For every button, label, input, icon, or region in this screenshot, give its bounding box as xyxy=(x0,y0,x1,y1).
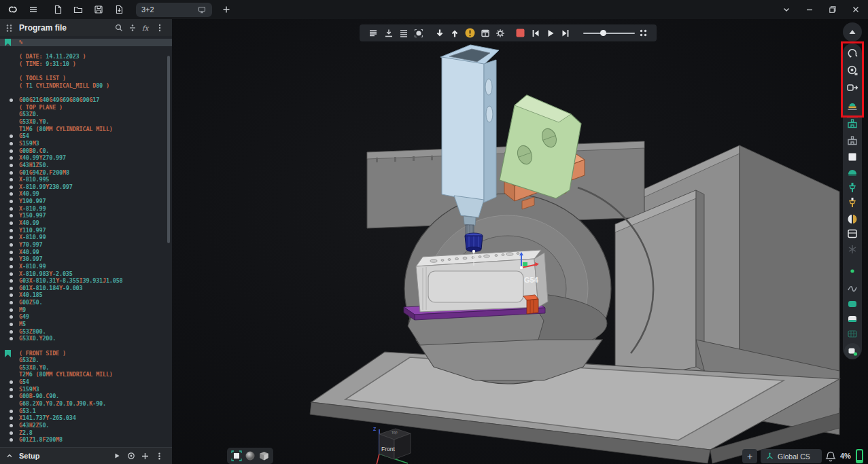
gcode-line[interactable]: G43H1Z50. xyxy=(0,162,172,169)
split-part-icon[interactable] xyxy=(846,212,859,226)
vise-teal-icon[interactable] xyxy=(846,118,859,131)
part-dot-icon[interactable] xyxy=(844,343,861,359)
save-as-icon[interactable] xyxy=(110,3,128,16)
gcode-line[interactable]: G00Z50. xyxy=(0,299,172,306)
kebab-menu-icon[interactable] xyxy=(152,450,167,462)
new-tab-icon[interactable] xyxy=(218,3,235,16)
gcode-line[interactable]: ( T1 CYLINDRICAL_MILL D80 ) xyxy=(0,82,172,90)
gcode-line[interactable]: T2M6 (80MM CYLINDRICAL MILL) xyxy=(0,371,172,378)
skip-start-icon[interactable] xyxy=(530,28,541,39)
vise-gray-icon[interactable] xyxy=(846,135,859,148)
solid-square-icon[interactable] xyxy=(230,450,243,462)
gcode-line[interactable]: G54 xyxy=(0,132,172,140)
gcode-line[interactable]: G68.2X0.Y0.Z0.I0.J90.K-90. xyxy=(0,400,172,408)
function-icon[interactable]: fx xyxy=(139,22,153,34)
gear-icon[interactable] xyxy=(495,28,506,39)
gcode-line[interactable]: G00B-90.C90. xyxy=(0,393,172,400)
gcode-line[interactable]: X141.737Y-265.034 xyxy=(0,414,172,422)
program-tab[interactable]: 3+2 xyxy=(136,3,212,17)
gcode-line[interactable]: ( TOOLS LIST ) xyxy=(0,75,172,82)
gcode-editor[interactable]: % ( DATE: 14.11.2023 )( TIME: 9:31:10 ) … xyxy=(0,36,172,464)
gcode-line[interactable]: G43H2Z50. xyxy=(0,422,172,429)
part-green-icon[interactable] xyxy=(846,165,859,179)
gcode-line[interactable]: S159M3 xyxy=(0,140,172,147)
solid-view-icon[interactable] xyxy=(846,297,859,310)
slider-track[interactable] xyxy=(583,33,635,35)
fullscreen-icon[interactable] xyxy=(638,28,648,39)
search-icon[interactable] xyxy=(112,22,126,34)
play-icon[interactable] xyxy=(109,450,124,462)
divide-icon[interactable] xyxy=(126,22,139,34)
grid-view-icon[interactable] xyxy=(846,327,859,340)
gcode-line[interactable] xyxy=(0,342,172,350)
menu-icon[interactable] xyxy=(24,3,42,16)
gcode-line[interactable]: G54 xyxy=(0,378,172,386)
gcode-line[interactable]: Z2.8 xyxy=(0,429,172,437)
target-icon[interactable] xyxy=(124,450,138,462)
save-icon[interactable] xyxy=(90,3,107,16)
gcode-line[interactable]: Y30.997 xyxy=(0,255,172,263)
document-box-icon[interactable] xyxy=(846,227,859,240)
gcode-line[interactable]: G53Z800. xyxy=(0,328,172,336)
gcode-line[interactable] xyxy=(0,46,172,54)
gcode-line[interactable]: X40.99Y270.997 xyxy=(0,154,172,162)
gcode-line[interactable]: X-810.99 xyxy=(0,263,172,270)
gcode-line[interactable]: G53X0.Y0. xyxy=(0,364,172,372)
gcode-line[interactable]: ( DATE: 14.11.2023 ) xyxy=(0,53,172,60)
window-chevron-down-icon[interactable] xyxy=(778,2,795,17)
gcode-line[interactable]: X-810.99 xyxy=(0,205,172,213)
gcode-line[interactable] xyxy=(0,89,172,96)
cube-icon[interactable] xyxy=(258,450,270,462)
snowflake-icon[interactable] xyxy=(846,243,859,256)
chevron-up-icon[interactable] xyxy=(5,452,14,460)
editor-scrollbar[interactable] xyxy=(167,56,170,243)
viewcube-front-label[interactable]: Front xyxy=(381,446,395,452)
stock-square-icon[interactable] xyxy=(846,150,859,164)
add-cs-button[interactable]: + xyxy=(742,449,757,463)
sidebar-scroll-up-button[interactable] xyxy=(843,22,862,41)
table-icon[interactable] xyxy=(480,28,491,39)
gcode-line[interactable]: S159M3 xyxy=(0,386,172,393)
close-icon[interactable] xyxy=(848,2,864,17)
gcode-line[interactable]: G01G94Z0.F200M8 xyxy=(0,169,172,177)
skip-end-icon[interactable] xyxy=(560,28,571,39)
open-file-icon[interactable] xyxy=(69,3,87,16)
gcode-line[interactable]: G53Z0. xyxy=(0,357,172,364)
viewport-3d[interactable]: G54 xyxy=(172,19,868,464)
gcode-line[interactable]: Y110.997 xyxy=(0,227,172,234)
gcode-line[interactable]: G53Z0. xyxy=(0,111,172,118)
tool-amber-icon[interactable] xyxy=(846,196,859,209)
half-view-icon[interactable] xyxy=(846,312,859,325)
gcode-line[interactable]: X40.185 xyxy=(0,291,172,299)
gcode-line[interactable]: X-810.99Y230.997 xyxy=(0,183,172,191)
new-file-icon[interactable] xyxy=(49,3,67,16)
gcode-line[interactable]: % xyxy=(0,39,172,46)
gcode-line[interactable]: X-810.99 xyxy=(0,234,172,241)
gcode-line[interactable]: Y70.997 xyxy=(0,241,172,249)
gcode-line[interactable]: X40.99 xyxy=(0,249,172,256)
point-icon[interactable] xyxy=(846,264,859,278)
tool-teal-icon[interactable] xyxy=(846,181,859,194)
view-cube[interactable]: Front Top Z xyxy=(371,425,420,464)
gcode-line[interactable]: G53X0.Y0. xyxy=(0,118,172,126)
lines-icon[interactable] xyxy=(398,28,409,39)
play-icon[interactable] xyxy=(545,28,556,39)
gcode-line[interactable]: G00B0.C0. xyxy=(0,147,172,155)
gcode-line[interactable]: G49 xyxy=(0,313,172,321)
gcode-line[interactable]: T1M6 (80MM CYLINDRICAL MILL) xyxy=(0,126,172,133)
gcode-line[interactable]: G03X-810.31Y-8.355I39.931J1.058 xyxy=(0,277,172,285)
gcode-line[interactable]: X40.99 xyxy=(0,219,172,227)
warning-icon[interactable] xyxy=(464,28,475,39)
gcode-line[interactable]: G53X0.Y200. xyxy=(0,335,172,342)
curve-icon[interactable] xyxy=(846,282,859,296)
plus-icon[interactable] xyxy=(138,450,152,462)
restore-icon[interactable] xyxy=(824,2,841,17)
gcode-line[interactable]: X40.99 xyxy=(0,190,172,198)
gcode-line[interactable]: G53.1 xyxy=(0,408,172,415)
machine-render[interactable]: G54 xyxy=(172,19,868,464)
selection-circle-icon[interactable] xyxy=(413,28,424,39)
program-block-icon[interactable] xyxy=(368,28,379,39)
gcode-line[interactable]: G00G21G40G49G69G80G90G17 xyxy=(0,96,172,104)
gcode-line[interactable]: X-810.983Y-2.035 xyxy=(0,270,172,278)
gcode-line[interactable]: Y150.997 xyxy=(0,212,172,219)
